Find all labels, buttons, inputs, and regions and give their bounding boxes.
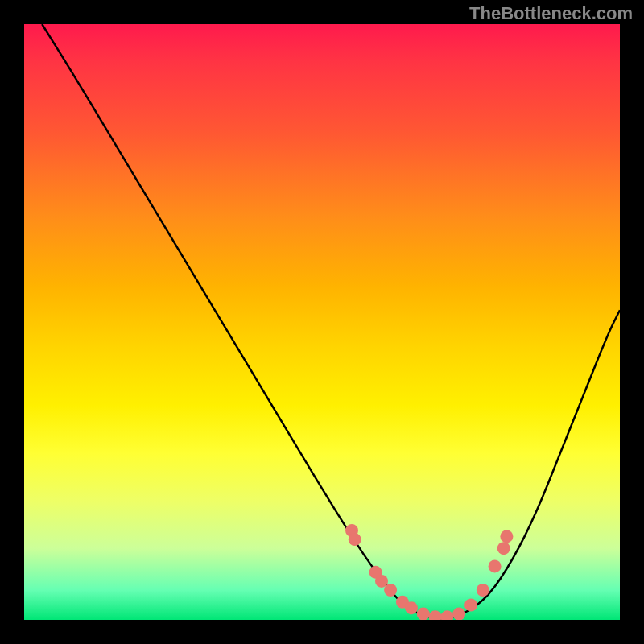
scatter-dot [500,530,513,543]
scatter-dot [477,584,489,597]
scatter-dot [464,599,477,612]
plot-area [24,24,620,620]
scatter-dot [452,608,465,620]
scatter-dots [345,524,513,620]
scatter-dot [489,559,502,572]
scatter-dot [497,542,510,555]
scatter-dot [429,610,442,620]
scatter-dot [440,610,453,620]
scatter-dot [405,601,418,614]
scatter-dot [417,608,430,620]
chart-svg [24,24,620,620]
watermark-text: TheBottleneck.com [469,3,633,24]
scatter-dot [349,533,361,546]
scatter-dot [384,584,397,597]
bottleneck-curve [42,24,620,618]
